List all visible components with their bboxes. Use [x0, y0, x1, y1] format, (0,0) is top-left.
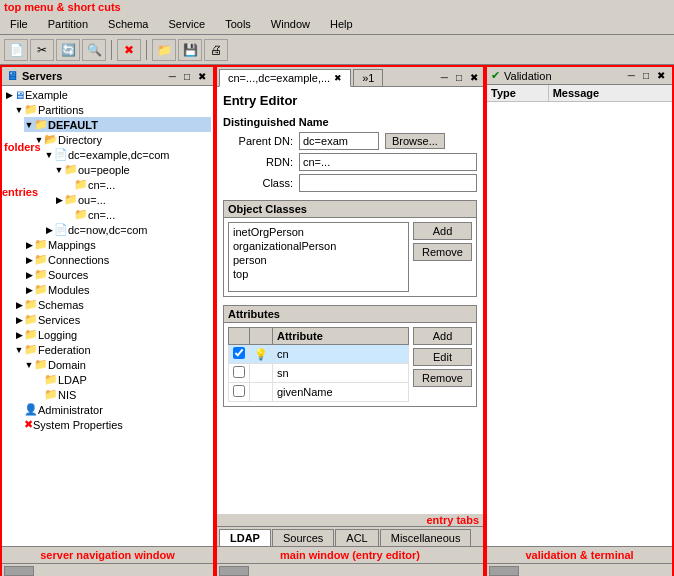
toolbar-print[interactable]: 🖨	[204, 39, 228, 61]
tab-ldap[interactable]: LDAP	[219, 529, 271, 546]
tree-item-dc-now[interactable]: ▶ 📄 dc=now,dc=com	[44, 222, 211, 237]
dc-example-icon: 📄	[54, 148, 68, 161]
tree-item-federation[interactable]: ▼ 📁 Federation	[14, 342, 211, 357]
left-hscrollbar[interactable]	[2, 563, 213, 576]
directory-label: Directory	[58, 134, 102, 146]
tree-item-schemas[interactable]: ▶ 📁 Schemas	[14, 297, 211, 312]
oc-top[interactable]: top	[231, 267, 406, 281]
menubar-help[interactable]: Help	[324, 16, 359, 32]
validation-panel: ✔ Validation ─ □ ✖ Type Message validati…	[485, 65, 674, 576]
sysprops-label: System Properties	[33, 419, 123, 431]
toolbar-save[interactable]: 💾	[178, 39, 202, 61]
dc-example-label: dc=example,dc=com	[68, 149, 170, 161]
tree-item-dc-example[interactable]: ▼ 📄 dc=example,dc=com	[44, 147, 211, 162]
tab-arrow[interactable]: »1	[353, 69, 383, 86]
maximize-icon[interactable]: □	[181, 71, 193, 82]
toolbar-cut[interactable]: ✂	[30, 39, 54, 61]
validation-check-icon: ✔	[491, 69, 500, 82]
toolbar-separator-1	[111, 40, 112, 60]
ou-people-label: ou=people	[78, 164, 130, 176]
tree-item-ou-expand[interactable]: ▶ 📁 ou=...	[54, 192, 211, 207]
attr-sn-checkbox[interactable]	[233, 366, 245, 378]
tree-item-partitions[interactable]: ▼ 📁 Partitions	[14, 102, 211, 117]
attr-row-cn[interactable]: 💡 cn	[229, 345, 409, 364]
toolbar-new[interactable]: 📄	[4, 39, 28, 61]
tree-item-default[interactable]: ▼ 📁 DEFAULT	[24, 117, 211, 132]
mid-close-icon[interactable]: ✖	[467, 72, 481, 83]
class-input[interactable]	[299, 174, 477, 192]
tree-item-sysprops[interactable]: ✖ System Properties	[14, 417, 211, 432]
tree-item-ou-people[interactable]: ▼ 📁 ou=people	[54, 162, 211, 177]
object-classes-list[interactable]: inetOrgPerson organizationalPerson perso…	[228, 222, 409, 292]
tree-item-cn1[interactable]: 📁 cn=...	[64, 177, 211, 192]
oc-orgperson[interactable]: organizationalPerson	[231, 239, 406, 253]
mid-minimize-icon[interactable]: ─	[438, 72, 451, 83]
tree-item-admin[interactable]: 👤 Administrator	[14, 402, 211, 417]
toolbar-open[interactable]: 📁	[152, 39, 176, 61]
toolbar-refresh[interactable]: 🔄	[56, 39, 80, 61]
mappings-icon: 📁	[34, 238, 48, 251]
tree-item-modules[interactable]: ▶ 📁 Modules	[24, 282, 211, 297]
attr-edit-button[interactable]: Edit	[413, 348, 472, 366]
attr-cn-checkbox[interactable]	[233, 347, 245, 359]
tree-item-logging[interactable]: ▶ 📁 Logging	[14, 327, 211, 342]
tree-item-connections[interactable]: ▶ 📁 Connections	[24, 252, 211, 267]
tree-item-domain[interactable]: ▼ 📁 Domain	[24, 357, 211, 372]
attr-add-button[interactable]: Add	[413, 327, 472, 345]
tree-item-cn2[interactable]: 📁 cn=...	[64, 207, 211, 222]
toolbar-delete[interactable]: ✖	[117, 39, 141, 61]
attr-remove-button[interactable]: Remove	[413, 369, 472, 387]
servers-panel-header: 🖥 Servers ─ □ ✖	[2, 67, 213, 86]
partitions-label: Partitions	[38, 104, 84, 116]
oc-remove-button[interactable]: Remove	[413, 243, 472, 261]
oc-person[interactable]: person	[231, 253, 406, 267]
attr-givenname-checkbox[interactable]	[233, 385, 245, 397]
validation-content	[487, 102, 672, 546]
attr-row-sn[interactable]: sn	[229, 364, 409, 383]
close-icon[interactable]: ✖	[195, 71, 209, 82]
right-hscrollbar[interactable]	[487, 563, 672, 576]
tree-item-sources[interactable]: ▶ 📁 Sources	[24, 267, 211, 282]
menubar-file[interactable]: File	[4, 16, 34, 32]
attr-cn-icon: 💡	[254, 348, 268, 360]
minimize-icon[interactable]: ─	[166, 71, 179, 82]
tab-sources[interactable]: Sources	[272, 529, 334, 546]
tree-item-services[interactable]: ▶ 📁 Services	[14, 312, 211, 327]
tree-item-directory[interactable]: ▼ 📂 Directory	[34, 132, 211, 147]
server-icon: 🖥	[6, 69, 18, 83]
tree-item-mappings[interactable]: ▶ 📁 Mappings	[24, 237, 211, 252]
ou-icon: 📁	[64, 193, 78, 206]
menubar-window[interactable]: Window	[265, 16, 316, 32]
schemas-icon: 📁	[24, 298, 38, 311]
toolbar-search[interactable]: 🔍	[82, 39, 106, 61]
federation-icon: 📁	[24, 343, 38, 356]
right-close-icon[interactable]: ✖	[654, 70, 668, 81]
menubar-schema[interactable]: Schema	[102, 16, 154, 32]
right-minimize-icon[interactable]: ─	[625, 70, 638, 81]
parent-dn-input[interactable]	[299, 132, 379, 150]
oc-add-button[interactable]: Add	[413, 222, 472, 240]
mappings-label: Mappings	[48, 239, 96, 251]
oc-inetorgperson[interactable]: inetOrgPerson	[231, 225, 406, 239]
mid-hscrollbar[interactable]	[217, 563, 483, 576]
tree-item-nis[interactable]: 📁 NIS	[34, 387, 211, 402]
menubar-partition[interactable]: Partition	[42, 16, 94, 32]
menubar-service[interactable]: Service	[162, 16, 211, 32]
right-maximize-icon[interactable]: □	[640, 70, 652, 81]
nis-icon: 📁	[44, 388, 58, 401]
rdn-label: RDN:	[223, 156, 293, 168]
rdn-input[interactable]	[299, 153, 477, 171]
tab-cn-example[interactable]: cn=...,dc=example,... ✖	[219, 69, 351, 87]
tab-cn-close[interactable]: ✖	[334, 73, 342, 83]
tree-item-ldap[interactable]: 📁 LDAP	[34, 372, 211, 387]
attr-col-cb	[229, 328, 250, 345]
menubar-tools[interactable]: Tools	[219, 16, 257, 32]
attr-col-icon	[250, 328, 273, 345]
tree-item-example[interactable]: ▶ 🖥 Example	[4, 88, 211, 102]
tab-acl[interactable]: ACL	[335, 529, 378, 546]
tab-miscellaneous[interactable]: Miscellaneous	[380, 529, 472, 546]
mid-maximize-icon[interactable]: □	[453, 72, 465, 83]
attr-row-givenname[interactable]: givenName	[229, 383, 409, 402]
browse-button[interactable]: Browse...	[385, 133, 445, 149]
directory-icon: 📂	[44, 133, 58, 146]
